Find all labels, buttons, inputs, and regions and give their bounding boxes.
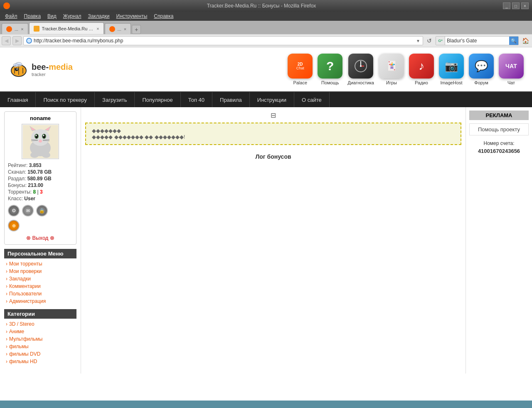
stat-rating-value: 3.853 xyxy=(29,162,42,168)
user-icon-profile[interactable]: 🔒 xyxy=(36,205,48,216)
username: noname xyxy=(8,115,73,121)
stat-upload-label: Раздал: xyxy=(8,176,26,182)
close-button[interactable]: × xyxy=(521,2,529,9)
icon-item-help[interactable]: ? Помощь xyxy=(318,54,342,85)
new-tab-button[interactable]: + xyxy=(132,25,141,34)
icon-item-palace[interactable]: 2D Chat Palace xyxy=(288,54,313,85)
search-submit[interactable]: 🔍 xyxy=(509,37,518,45)
account-info: Номер счета: 41001670243656 xyxy=(469,140,529,155)
stat-torrents-label: Торренты: xyxy=(8,189,32,195)
personal-menu-title: Персональное Меню xyxy=(4,249,76,258)
nav-popular[interactable]: Популярное xyxy=(135,92,180,107)
icon-box-palace: 2D Chat xyxy=(288,54,313,79)
forward-button[interactable]: ▶ xyxy=(12,36,22,45)
menu-file[interactable]: Файл xyxy=(2,12,21,20)
icon-label-forum: Форум xyxy=(474,80,488,85)
icon-item-forum[interactable]: 💬 Форум xyxy=(469,54,494,85)
main-nav: Главная Поиск по трекеру Загрузить Попул… xyxy=(0,92,532,107)
search-bar: G* Bladur's Gate 🔍 xyxy=(436,36,519,45)
user-icon-messages[interactable]: ✉ xyxy=(22,205,34,216)
menu-journal[interactable]: Журнал xyxy=(60,12,85,20)
icon-svg-diag xyxy=(353,59,368,74)
maximize-button[interactable]: □ xyxy=(512,2,520,9)
logout-link[interactable]: ⊗ Выход ⊗ xyxy=(8,235,73,241)
menu-view[interactable]: Вид xyxy=(44,12,60,20)
address-dropdown[interactable]: ▼ xyxy=(416,39,420,43)
home-button[interactable]: 🏠 xyxy=(520,36,530,45)
search-engine-icon[interactable]: G* xyxy=(436,37,445,45)
menu-edit[interactable]: Правка xyxy=(21,12,44,20)
user-icon-rss[interactable]: ⊕ xyxy=(8,220,20,231)
icon-item-radio[interactable]: ♪ Радио xyxy=(409,54,434,85)
title-bar: Tracker.Bee-Media.Ru :: Бонусы - Mozilla… xyxy=(0,0,532,12)
icon-label-palace: Palace xyxy=(293,80,307,85)
stat-download-label: Скачал: xyxy=(8,169,26,175)
icon-symbol-radio: ♪ xyxy=(419,59,424,73)
icon-item-chat[interactable]: ЧАТ Чат xyxy=(499,54,524,85)
sidebar-anime[interactable]: Аниме xyxy=(4,328,76,335)
tab-close-2[interactable]: × xyxy=(96,26,99,31)
tab-1[interactable]: ... × xyxy=(2,23,28,34)
logo-area: bee-media tracker xyxy=(8,60,73,79)
minimize-button[interactable]: _ xyxy=(503,2,510,9)
tab-2[interactable]: Tracker.Bee-Media.Ru :: Бонусы × xyxy=(29,22,104,34)
logo-text: bee-media tracker xyxy=(32,62,73,77)
back-button[interactable]: ◀ xyxy=(2,36,11,45)
sidebar-3d[interactable]: 3D / Stereo xyxy=(4,320,76,328)
icon-box-chat: ЧАТ xyxy=(499,54,524,79)
svg-point-12 xyxy=(360,65,362,67)
nav-top40[interactable]: Топ 40 xyxy=(181,92,212,107)
icon-label-radio: Радио xyxy=(415,80,428,85)
sidebar-comments[interactable]: Комментарии xyxy=(4,283,76,290)
nav-instructions[interactable]: Инструкции xyxy=(250,92,294,107)
search-input[interactable]: Bladur's Gate xyxy=(445,38,509,44)
menu-bar: Файл Правка Вид Журнал Закладки Инструме… xyxy=(0,12,532,21)
menu-bookmarks[interactable]: Закладки xyxy=(85,12,113,20)
menu-help[interactable]: Справка xyxy=(150,12,177,20)
address-text: http://tracker.bee-media.ru/mybonus.php xyxy=(34,38,414,44)
svg-point-15 xyxy=(31,129,49,146)
sidebar-my-checks[interactable]: Мои проверки xyxy=(4,268,76,275)
icon-symbol-palace: 2D Chat xyxy=(296,62,304,71)
collapse-button[interactable]: ⊟ xyxy=(85,111,461,119)
sidebar-cartoons[interactable]: Мультфильмы xyxy=(4,335,76,343)
sidebar-users[interactable]: Пользователи xyxy=(4,290,76,297)
tab-close-3[interactable]: × xyxy=(124,27,126,32)
menu-tools[interactable]: Инструменты xyxy=(113,12,151,20)
sidebar-admin[interactable]: Администрация xyxy=(4,297,76,305)
address-bar[interactable]: http://tracker.bee-media.ru/mybonus.php … xyxy=(23,36,423,45)
user-icon-settings[interactable]: ⚙ xyxy=(8,205,20,216)
logout-icon-right: ⊗ xyxy=(50,235,54,241)
avatar xyxy=(22,124,59,159)
main-layout: noname xyxy=(0,107,532,374)
nav-rules[interactable]: Правила xyxy=(212,92,250,107)
icon-item-imagehost[interactable]: 📷 ImageHost xyxy=(439,54,464,85)
notice-line1: ◆◆◆◆◆◆◆ xyxy=(92,128,455,134)
sidebar-films-hd[interactable]: фильмы HD xyxy=(4,358,76,365)
sidebar-my-torrents[interactable]: Мои торренты xyxy=(4,260,76,268)
icon-item-games[interactable]: 🃏 Игры xyxy=(379,54,404,85)
notice-line2: ◆◆◆◆◆ ◆◆◆◆◆◆◆ ◆◆ ◆◆◆◆◆◆◆! xyxy=(92,134,455,140)
svg-point-33 xyxy=(42,152,50,158)
stat-download: Скачал: 150.78 GB xyxy=(8,169,73,175)
tab-close-1[interactable]: × xyxy=(21,27,23,32)
help-project-button[interactable]: Помощь проекту xyxy=(469,123,529,135)
sidebar-films[interactable]: фильмы xyxy=(4,343,76,350)
nav-search[interactable]: Поиск по трекеру xyxy=(36,92,95,107)
user-box: noname xyxy=(4,111,76,245)
ad-title: РЕКЛАМА xyxy=(469,111,529,120)
bonus-log-title: Лог бонусов xyxy=(85,153,461,160)
nav-about[interactable]: О сайте xyxy=(294,92,330,107)
nav-upload[interactable]: Загрузить xyxy=(95,92,135,107)
window-controls[interactable]: _ □ × xyxy=(503,2,529,9)
logo-bee-svg xyxy=(8,60,29,79)
tab-label-2: Tracker.Bee-Media.Ru :: Бонусы xyxy=(42,26,94,31)
stat-bonus-value: 213.00 xyxy=(28,182,43,188)
sidebar-bookmarks[interactable]: Закладки xyxy=(4,275,76,283)
nav-home[interactable]: Главная xyxy=(0,92,36,107)
sidebar-films-dvd[interactable]: фильмы DVD xyxy=(4,350,76,358)
tab-3[interactable]: ... × xyxy=(105,23,131,34)
icon-symbol-help: ? xyxy=(326,59,334,73)
refresh-button[interactable]: ↺ xyxy=(425,36,434,45)
icon-item-diag[interactable]: Диагностика xyxy=(347,54,374,85)
